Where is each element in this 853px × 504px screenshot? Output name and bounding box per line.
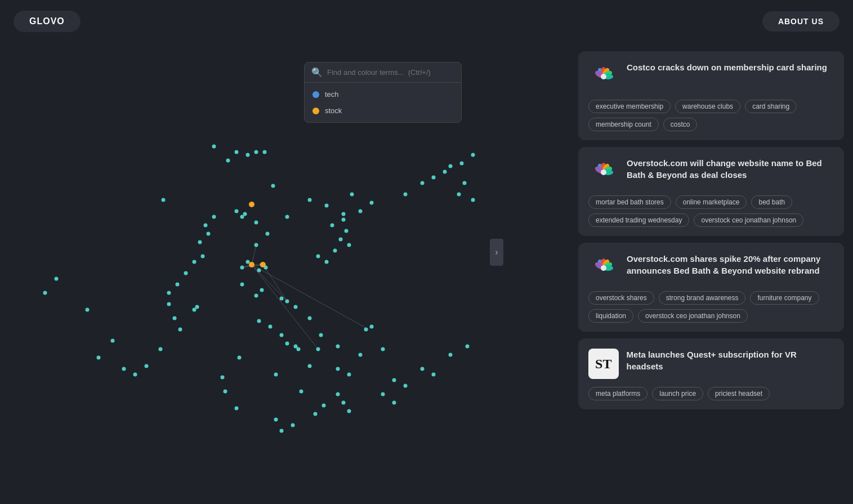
overstock-bedbath-card-title: Overstock.com will change website name t… — [627, 157, 834, 181]
collapse-button[interactable]: › — [490, 239, 503, 266]
tag-bed-bath[interactable]: bed bath — [751, 195, 792, 209]
header: GLOVO ABOUT US — [0, 0, 853, 42]
card-header-overstock-spike: Overstock.com shares spike 20% after com… — [588, 253, 834, 283]
news-card-costco: Costco cracks down on membership card sh… — [578, 51, 844, 140]
stock-dot — [312, 108, 319, 114]
overstock-bedbath-logo — [588, 157, 619, 188]
tag-membership-count[interactable]: membership count — [588, 118, 659, 131]
search-item-stock[interactable]: stock — [305, 102, 461, 119]
tag-launch-price[interactable]: launch price — [652, 387, 703, 400]
tag-liquidation[interactable]: liquidation — [588, 309, 633, 323]
search-input-row: 🔍 — [305, 63, 461, 82]
tech-dot — [312, 91, 319, 98]
tech-label: tech — [325, 90, 339, 99]
costco-tags: executive membership warehouse clubs car… — [588, 100, 834, 131]
news-card-overstock-spike: Overstock.com shares spike 20% after com… — [578, 243, 844, 332]
overstock-spike-logo — [588, 253, 619, 283]
tag-warehouse-clubs[interactable]: warehouse clubs — [675, 100, 740, 113]
tag-meta-platforms[interactable]: meta platforms — [588, 387, 647, 400]
tag-executive-membership[interactable]: executive membership — [588, 100, 671, 113]
news-card-meta-quest: ST Meta launches Quest+ subscription for… — [578, 338, 844, 409]
logo-button[interactable]: GLOVO — [14, 11, 81, 32]
tag-online-marketplace[interactable]: online marketplace — [676, 195, 747, 209]
about-button[interactable]: ABOUT US — [762, 11, 839, 32]
tag-extended-trading[interactable]: extended trading wednesday — [588, 213, 689, 227]
news-card-overstock-bedbath: Overstock.com will change website name t… — [578, 147, 844, 236]
tag-costco[interactable]: costco — [663, 118, 698, 131]
search-input[interactable] — [327, 68, 454, 77]
overstock-bedbath-tags: mortar bed bath stores online marketplac… — [588, 195, 834, 227]
svg-point-6 — [601, 74, 606, 79]
tag-mortar-bed-bath[interactable]: mortar bed bath stores — [588, 195, 671, 209]
meta-quest-card-title: Meta launches Quest+ subscription for VR… — [627, 349, 834, 372]
peacock-icon-3 — [591, 256, 616, 280]
right-panel: Costco cracks down on membership card sh… — [571, 42, 853, 504]
search-item-tech[interactable]: tech — [305, 86, 461, 102]
costco-card-title: Costco cracks down on membership card sh… — [627, 61, 827, 73]
meta-quest-tags: meta platforms launch price priciest hea… — [588, 387, 834, 400]
svg-point-20 — [601, 265, 606, 271]
tag-overstock-shares[interactable]: overstock shares — [588, 291, 654, 305]
tag-strong-brand-awareness[interactable]: strong brand awareness — [659, 291, 746, 305]
search-container: 🔍 tech stock — [304, 62, 462, 123]
card-header-overstock-bedbath: Overstock.com will change website name t… — [588, 157, 834, 188]
costco-logo — [588, 61, 619, 92]
peacock-icon-1 — [591, 64, 616, 89]
stock-label: stock — [325, 106, 342, 115]
svg-point-13 — [601, 170, 606, 175]
search-dropdown: tech stock — [305, 82, 461, 122]
card-header-costco: Costco cracks down on membership card sh… — [588, 61, 834, 92]
tag-card-sharing[interactable]: card sharing — [745, 100, 797, 113]
st-logo: ST — [588, 349, 619, 379]
tag-furniture-company[interactable]: furniture company — [750, 291, 819, 305]
peacock-icon-2 — [591, 160, 616, 185]
tag-overstock-ceo-2[interactable]: overstock ceo jonathan johnson — [638, 309, 748, 323]
overstock-spike-tags: overstock shares strong brand awareness … — [588, 291, 834, 323]
search-box: 🔍 tech stock — [304, 62, 462, 123]
card-header-meta-quest: ST Meta launches Quest+ subscription for… — [588, 349, 834, 379]
overstock-spike-card-title: Overstock.com shares spike 20% after com… — [627, 253, 834, 276]
tag-priciest-headset[interactable]: priciest headset — [708, 387, 770, 400]
tag-overstock-ceo-1[interactable]: overstock ceo jonathan johnson — [694, 213, 803, 227]
search-icon: 🔍 — [311, 67, 323, 78]
